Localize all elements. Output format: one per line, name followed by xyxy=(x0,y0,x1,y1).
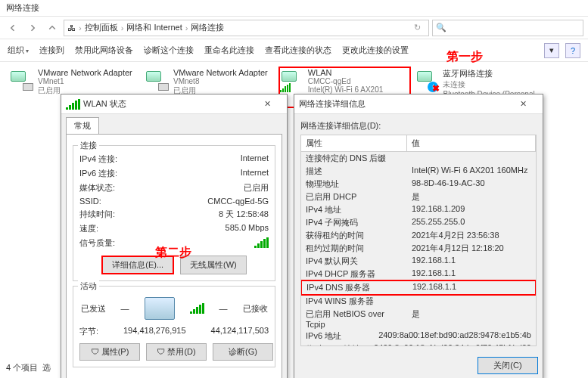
wlan-status-dialog: WLAN 状态 ✕ 常规 连接 IPv4 连接:InternetIPv6 连接:… xyxy=(61,94,288,378)
detail-row[interactable]: IPv4 WINS 服务器 xyxy=(301,295,536,308)
help-icon[interactable]: ? xyxy=(565,43,580,58)
view-status-button[interactable]: 查看此连接的状态 xyxy=(265,45,331,56)
adapter-icon xyxy=(145,68,169,92)
detail-row[interactable]: 已启用 DHCP是 xyxy=(301,191,536,203)
breadcrumb-seg[interactable]: 网络和 Internet xyxy=(126,22,182,33)
back-button[interactable] xyxy=(5,20,21,36)
search-icon: 🔍 xyxy=(436,23,446,33)
detail-row[interactable]: IPv4 地址192.168.1.209 xyxy=(301,203,536,216)
up-button[interactable] xyxy=(44,20,61,36)
chevron-right-icon: › xyxy=(79,23,82,33)
bytes-label: 字节: xyxy=(79,326,98,337)
group-label: 连接 xyxy=(78,140,99,151)
properties-button[interactable]: 🛡 属性(P) xyxy=(79,343,140,361)
window-title: 网络连接 xyxy=(0,0,588,17)
change-settings-button[interactable]: 更改此连接的设置 xyxy=(342,45,409,56)
detail-row[interactable]: 描述Intel(R) Wi-Fi 6 AX201 160MHz xyxy=(301,165,536,178)
signal-icon xyxy=(66,99,80,110)
network-icon: 🖧 xyxy=(67,23,76,33)
bytes-recv-value: 44,124,117,503 xyxy=(211,326,269,337)
detail-row[interactable]: IPv6 地址2409:8a00:18ef:bd90:ad28:9478:e1b… xyxy=(301,330,536,342)
breadcrumb-seg[interactable]: 控制面板 xyxy=(85,22,118,33)
status-row: IPv4 连接:Internet xyxy=(79,152,269,166)
breadcrumb[interactable]: 🖧 › 控制面板 › 网络和 Internet › 网络连接 ↻ xyxy=(64,20,429,36)
close-icon[interactable]: ✕ xyxy=(508,99,538,109)
diagnose-button[interactable]: 诊断(G) xyxy=(213,343,273,361)
address-bar: 🖧 › 控制面板 › 网络和 Internet › 网络连接 ↻ 🔍 xyxy=(0,17,588,39)
recv-label: 已接收 xyxy=(243,303,268,314)
status-bar: 4 个项目 选 xyxy=(6,362,51,373)
detail-row[interactable]: IPv4 子网掩码255.255.255.0 xyxy=(301,216,536,229)
organize-menu[interactable]: 组织 xyxy=(8,45,29,56)
forward-button[interactable] xyxy=(24,20,41,36)
diagnose-button[interactable]: 诊断这个连接 xyxy=(144,45,194,56)
details-list[interactable]: 属性 值 连接特定的 DNS 后缀描述Intel(R) Wi-Fi 6 AX20… xyxy=(300,135,537,346)
status-row: SSID:CMCC-qgEd-5G xyxy=(79,195,269,207)
detail-row[interactable]: 连接特定的 DNS 后缀 xyxy=(301,152,536,165)
close-icon[interactable]: ✕ xyxy=(252,99,282,109)
annotation-step1: 第一步 xyxy=(446,49,483,65)
detail-row[interactable]: 租约过期的时间2021年4月12日 12:18:20 xyxy=(301,242,536,255)
detail-row[interactable]: IPv4 默认网关192.168.1.1 xyxy=(301,255,536,268)
adapter-icon xyxy=(9,68,33,92)
toolbar: 组织 连接到 禁用此网络设备 诊断这个连接 重命名此连接 查看此连接的状态 更改… xyxy=(0,39,588,62)
adapter-icon: ᚼ✖ xyxy=(415,68,438,92)
chevron-right-icon: › xyxy=(185,23,188,33)
signal-icon xyxy=(190,303,204,314)
search-input[interactable]: 🔍 xyxy=(432,20,583,36)
detail-row[interactable]: IPv4 DNS 服务器192.168.1.1 xyxy=(300,280,537,296)
annotation-step2: 第二步 xyxy=(155,245,191,261)
chevron-right-icon: › xyxy=(121,23,124,33)
breadcrumb-seg[interactable]: 网络连接 xyxy=(191,22,224,33)
detail-row[interactable]: 已启用 NetBIOS over Tcpip是 xyxy=(301,308,536,330)
pc-icon xyxy=(145,297,175,320)
tab-general[interactable]: 常规 xyxy=(66,117,99,134)
refresh-icon[interactable]: ↻ xyxy=(409,20,425,36)
disable-button[interactable]: 🛡 禁用(D) xyxy=(146,343,207,361)
detail-row[interactable]: 临时 IPv6 地址2409:8a00:18ef:bd90:34de:9f70:… xyxy=(301,342,536,346)
close-button[interactable]: 关闭(C) xyxy=(478,357,538,374)
status-row: 速度:585.0 Mbps xyxy=(79,222,269,236)
sent-label: 已发送 xyxy=(81,303,106,314)
column-header[interactable]: 值 xyxy=(407,135,536,151)
detail-row[interactable]: 物理地址98-8D-46-19-AC-30 xyxy=(301,178,536,191)
detail-row[interactable]: 获得租约的时间2021年4月2日 23:56:38 xyxy=(301,229,536,242)
status-row: 持续时间:8 天 12:58:48 xyxy=(79,207,269,222)
rename-button[interactable]: 重命名此连接 xyxy=(204,45,254,56)
dialog-title: WLAN 状态 xyxy=(83,98,126,110)
network-details-dialog: 网络连接详细信息 ✕ 网络连接详细信息(D): 属性 值 连接特定的 DNS 后… xyxy=(294,94,543,378)
view-menu-icon[interactable]: ▾ xyxy=(544,43,559,58)
dialog-title: 网络连接详细信息 xyxy=(299,98,366,110)
group-label: 活动 xyxy=(78,280,99,292)
adapter-icon xyxy=(280,68,303,92)
disable-device-button[interactable]: 禁用此网络设备 xyxy=(75,45,133,56)
list-label: 网络连接详细信息(D): xyxy=(300,120,537,132)
status-row: 媒体状态:已启用 xyxy=(79,181,269,195)
bytes-sent-value: 194,418,276,915 xyxy=(123,326,186,337)
detail-row[interactable]: IPv4 DHCP 服务器192.168.1.1 xyxy=(301,268,536,280)
status-row: IPv6 连接:Internet xyxy=(79,166,269,181)
column-header[interactable]: 属性 xyxy=(301,135,407,151)
connect-to-button[interactable]: 连接到 xyxy=(39,45,64,56)
